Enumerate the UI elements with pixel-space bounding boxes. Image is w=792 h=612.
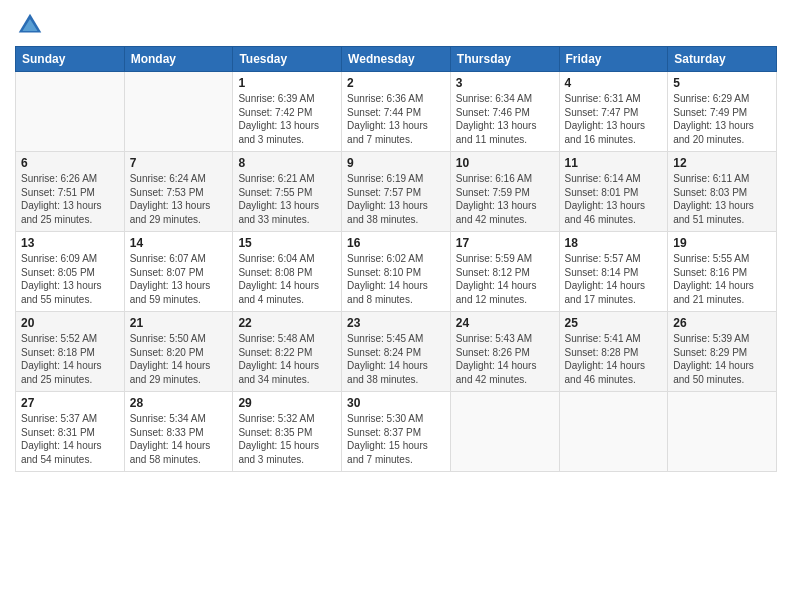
- day-number: 26: [673, 316, 771, 330]
- day-info: Sunrise: 5:45 AM Sunset: 8:24 PM Dayligh…: [347, 332, 445, 386]
- weekday-header-sunday: Sunday: [16, 47, 125, 72]
- day-info: Sunrise: 5:41 AM Sunset: 8:28 PM Dayligh…: [565, 332, 663, 386]
- calendar-cell: 23Sunrise: 5:45 AM Sunset: 8:24 PM Dayli…: [342, 312, 451, 392]
- calendar-cell: 24Sunrise: 5:43 AM Sunset: 8:26 PM Dayli…: [450, 312, 559, 392]
- day-info: Sunrise: 6:26 AM Sunset: 7:51 PM Dayligh…: [21, 172, 119, 226]
- day-number: 21: [130, 316, 228, 330]
- calendar-cell: 9Sunrise: 6:19 AM Sunset: 7:57 PM Daylig…: [342, 152, 451, 232]
- logo: [15, 10, 49, 40]
- day-number: 9: [347, 156, 445, 170]
- page: SundayMondayTuesdayWednesdayThursdayFrid…: [0, 0, 792, 612]
- weekday-header-monday: Monday: [124, 47, 233, 72]
- calendar-week-row: 20Sunrise: 5:52 AM Sunset: 8:18 PM Dayli…: [16, 312, 777, 392]
- day-info: Sunrise: 6:34 AM Sunset: 7:46 PM Dayligh…: [456, 92, 554, 146]
- calendar-cell: 5Sunrise: 6:29 AM Sunset: 7:49 PM Daylig…: [668, 72, 777, 152]
- calendar-week-row: 6Sunrise: 6:26 AM Sunset: 7:51 PM Daylig…: [16, 152, 777, 232]
- calendar-cell: [559, 392, 668, 472]
- calendar-table: SundayMondayTuesdayWednesdayThursdayFrid…: [15, 46, 777, 472]
- day-info: Sunrise: 5:57 AM Sunset: 8:14 PM Dayligh…: [565, 252, 663, 306]
- day-number: 2: [347, 76, 445, 90]
- calendar-cell: 1Sunrise: 6:39 AM Sunset: 7:42 PM Daylig…: [233, 72, 342, 152]
- day-info: Sunrise: 6:21 AM Sunset: 7:55 PM Dayligh…: [238, 172, 336, 226]
- day-info: Sunrise: 6:14 AM Sunset: 8:01 PM Dayligh…: [565, 172, 663, 226]
- calendar-cell: 21Sunrise: 5:50 AM Sunset: 8:20 PM Dayli…: [124, 312, 233, 392]
- day-info: Sunrise: 6:29 AM Sunset: 7:49 PM Dayligh…: [673, 92, 771, 146]
- day-number: 17: [456, 236, 554, 250]
- calendar-header-row: SundayMondayTuesdayWednesdayThursdayFrid…: [16, 47, 777, 72]
- calendar-cell: 13Sunrise: 6:09 AM Sunset: 8:05 PM Dayli…: [16, 232, 125, 312]
- day-number: 4: [565, 76, 663, 90]
- calendar-cell: 22Sunrise: 5:48 AM Sunset: 8:22 PM Dayli…: [233, 312, 342, 392]
- calendar-cell: 7Sunrise: 6:24 AM Sunset: 7:53 PM Daylig…: [124, 152, 233, 232]
- day-info: Sunrise: 6:09 AM Sunset: 8:05 PM Dayligh…: [21, 252, 119, 306]
- calendar-week-row: 1Sunrise: 6:39 AM Sunset: 7:42 PM Daylig…: [16, 72, 777, 152]
- day-info: Sunrise: 5:52 AM Sunset: 8:18 PM Dayligh…: [21, 332, 119, 386]
- day-info: Sunrise: 6:02 AM Sunset: 8:10 PM Dayligh…: [347, 252, 445, 306]
- weekday-header-saturday: Saturday: [668, 47, 777, 72]
- day-number: 1: [238, 76, 336, 90]
- logo-icon: [15, 10, 45, 40]
- day-info: Sunrise: 5:37 AM Sunset: 8:31 PM Dayligh…: [21, 412, 119, 466]
- day-number: 18: [565, 236, 663, 250]
- calendar-cell: 26Sunrise: 5:39 AM Sunset: 8:29 PM Dayli…: [668, 312, 777, 392]
- day-info: Sunrise: 6:19 AM Sunset: 7:57 PM Dayligh…: [347, 172, 445, 226]
- day-info: Sunrise: 5:34 AM Sunset: 8:33 PM Dayligh…: [130, 412, 228, 466]
- day-number: 25: [565, 316, 663, 330]
- weekday-header-friday: Friday: [559, 47, 668, 72]
- calendar-cell: 6Sunrise: 6:26 AM Sunset: 7:51 PM Daylig…: [16, 152, 125, 232]
- calendar-cell: 11Sunrise: 6:14 AM Sunset: 8:01 PM Dayli…: [559, 152, 668, 232]
- day-info: Sunrise: 6:07 AM Sunset: 8:07 PM Dayligh…: [130, 252, 228, 306]
- day-number: 13: [21, 236, 119, 250]
- calendar-cell: 14Sunrise: 6:07 AM Sunset: 8:07 PM Dayli…: [124, 232, 233, 312]
- calendar-cell: [124, 72, 233, 152]
- day-info: Sunrise: 5:55 AM Sunset: 8:16 PM Dayligh…: [673, 252, 771, 306]
- day-info: Sunrise: 5:48 AM Sunset: 8:22 PM Dayligh…: [238, 332, 336, 386]
- day-number: 30: [347, 396, 445, 410]
- day-info: Sunrise: 5:39 AM Sunset: 8:29 PM Dayligh…: [673, 332, 771, 386]
- day-number: 28: [130, 396, 228, 410]
- calendar-cell: [450, 392, 559, 472]
- day-info: Sunrise: 6:16 AM Sunset: 7:59 PM Dayligh…: [456, 172, 554, 226]
- day-info: Sunrise: 6:31 AM Sunset: 7:47 PM Dayligh…: [565, 92, 663, 146]
- weekday-header-thursday: Thursday: [450, 47, 559, 72]
- day-number: 20: [21, 316, 119, 330]
- calendar-cell: 18Sunrise: 5:57 AM Sunset: 8:14 PM Dayli…: [559, 232, 668, 312]
- day-number: 23: [347, 316, 445, 330]
- day-number: 12: [673, 156, 771, 170]
- day-number: 27: [21, 396, 119, 410]
- day-info: Sunrise: 6:39 AM Sunset: 7:42 PM Dayligh…: [238, 92, 336, 146]
- calendar-cell: [668, 392, 777, 472]
- weekday-header-wednesday: Wednesday: [342, 47, 451, 72]
- day-number: 14: [130, 236, 228, 250]
- calendar-cell: 12Sunrise: 6:11 AM Sunset: 8:03 PM Dayli…: [668, 152, 777, 232]
- day-number: 16: [347, 236, 445, 250]
- calendar-cell: 20Sunrise: 5:52 AM Sunset: 8:18 PM Dayli…: [16, 312, 125, 392]
- calendar-cell: 8Sunrise: 6:21 AM Sunset: 7:55 PM Daylig…: [233, 152, 342, 232]
- calendar-cell: 25Sunrise: 5:41 AM Sunset: 8:28 PM Dayli…: [559, 312, 668, 392]
- day-info: Sunrise: 5:43 AM Sunset: 8:26 PM Dayligh…: [456, 332, 554, 386]
- calendar-cell: 2Sunrise: 6:36 AM Sunset: 7:44 PM Daylig…: [342, 72, 451, 152]
- calendar-cell: 19Sunrise: 5:55 AM Sunset: 8:16 PM Dayli…: [668, 232, 777, 312]
- day-number: 15: [238, 236, 336, 250]
- day-number: 8: [238, 156, 336, 170]
- day-number: 7: [130, 156, 228, 170]
- calendar-week-row: 27Sunrise: 5:37 AM Sunset: 8:31 PM Dayli…: [16, 392, 777, 472]
- calendar-week-row: 13Sunrise: 6:09 AM Sunset: 8:05 PM Dayli…: [16, 232, 777, 312]
- day-info: Sunrise: 5:50 AM Sunset: 8:20 PM Dayligh…: [130, 332, 228, 386]
- calendar-cell: 10Sunrise: 6:16 AM Sunset: 7:59 PM Dayli…: [450, 152, 559, 232]
- day-number: 3: [456, 76, 554, 90]
- day-number: 24: [456, 316, 554, 330]
- day-info: Sunrise: 5:32 AM Sunset: 8:35 PM Dayligh…: [238, 412, 336, 466]
- day-number: 19: [673, 236, 771, 250]
- calendar-cell: 4Sunrise: 6:31 AM Sunset: 7:47 PM Daylig…: [559, 72, 668, 152]
- calendar-cell: 17Sunrise: 5:59 AM Sunset: 8:12 PM Dayli…: [450, 232, 559, 312]
- day-info: Sunrise: 5:59 AM Sunset: 8:12 PM Dayligh…: [456, 252, 554, 306]
- day-number: 10: [456, 156, 554, 170]
- calendar-cell: 27Sunrise: 5:37 AM Sunset: 8:31 PM Dayli…: [16, 392, 125, 472]
- calendar-cell: 28Sunrise: 5:34 AM Sunset: 8:33 PM Dayli…: [124, 392, 233, 472]
- day-number: 6: [21, 156, 119, 170]
- calendar-cell: 30Sunrise: 5:30 AM Sunset: 8:37 PM Dayli…: [342, 392, 451, 472]
- day-number: 29: [238, 396, 336, 410]
- day-info: Sunrise: 6:11 AM Sunset: 8:03 PM Dayligh…: [673, 172, 771, 226]
- calendar-cell: 16Sunrise: 6:02 AM Sunset: 8:10 PM Dayli…: [342, 232, 451, 312]
